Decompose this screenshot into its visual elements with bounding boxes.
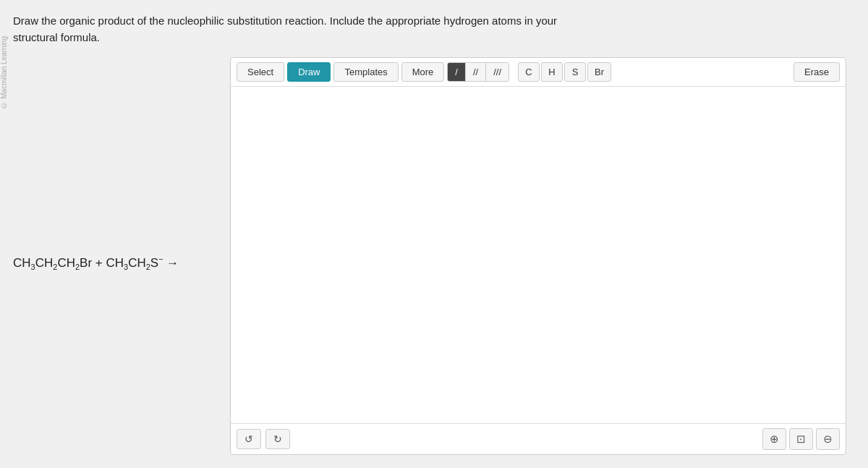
page-wrapper: © Macmillan Learning Draw the organic pr… [0, 0, 868, 468]
draw-canvas[interactable] [231, 87, 846, 423]
triple-bond-button[interactable]: /// [486, 63, 509, 81]
draw-panel: Select Draw Templates More / // /// C H … [230, 57, 846, 455]
more-button[interactable]: More [401, 62, 445, 82]
zoom-in-button[interactable]: ⊕ [762, 428, 786, 450]
watermark: © Macmillan Learning [0, 36, 8, 109]
zoom-group: ⊕ ⊡ ⊖ [762, 428, 840, 450]
templates-button[interactable]: Templates [333, 62, 398, 82]
atom-group: C H S Br [518, 62, 611, 82]
content-area: CH3CH2CH2Br + CH3CH2S− → Select Draw Tem… [13, 57, 846, 455]
single-bond-button[interactable]: / [448, 63, 466, 81]
sulfur-button[interactable]: S [564, 62, 586, 82]
undo-button[interactable]: ↺ [237, 429, 261, 449]
bromine-button[interactable]: Br [587, 62, 611, 82]
question-text: Draw the organic product of the nucleoph… [13, 13, 664, 46]
double-bond-button[interactable]: // [466, 63, 486, 81]
question-line1: Draw the organic product of the nucleoph… [13, 14, 557, 27]
carbon-button[interactable]: C [518, 62, 540, 82]
bottom-toolbar: ↺ ↻ ⊕ ⊡ ⊖ [231, 423, 846, 454]
select-button[interactable]: Select [237, 62, 284, 82]
zoom-out-button[interactable]: ⊖ [816, 428, 840, 450]
redo-button[interactable]: ↻ [265, 429, 290, 449]
draw-button[interactable]: Draw [287, 62, 331, 82]
hydrogen-button[interactable]: H [541, 62, 563, 82]
left-panel: CH3CH2CH2Br + CH3CH2S− → [13, 57, 230, 455]
undo-redo-group: ↺ ↻ [237, 429, 290, 449]
toolbar: Select Draw Templates More / // /// C H … [231, 58, 846, 87]
reaction-formula: CH3CH2CH2Br + CH3CH2S− → [13, 255, 208, 271]
erase-button[interactable]: Erase [793, 62, 840, 82]
question-line2: structural formula. [13, 31, 100, 43]
bond-group: / // /// [447, 62, 509, 82]
zoom-fit-button[interactable]: ⊡ [789, 428, 813, 450]
